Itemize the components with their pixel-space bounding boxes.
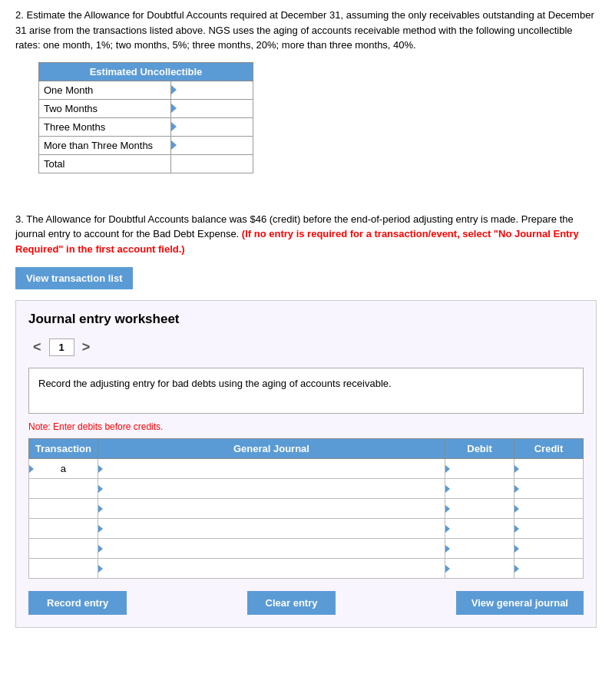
two-months-indicator (171, 104, 177, 113)
three-months-input[interactable] (176, 121, 248, 133)
cell-indicator (98, 525, 103, 533)
journal-input[interactable] (109, 503, 442, 514)
cell-indicator (445, 525, 450, 533)
transaction-input[interactable] (36, 543, 91, 554)
question-2-number: 2. (15, 9, 24, 21)
journal-input[interactable] (109, 463, 442, 474)
journal-cell[interactable] (98, 539, 445, 559)
journal-input[interactable] (109, 543, 442, 554)
debit-cell[interactable] (445, 479, 514, 499)
debit-cell[interactable] (445, 459, 514, 479)
col-transaction: Transaction (29, 439, 98, 459)
debit-cell[interactable] (445, 519, 514, 539)
credit-input[interactable] (518, 543, 580, 554)
description-box: Record the adjusting entry for bad debts… (28, 368, 584, 414)
journal-cell[interactable] (98, 459, 445, 479)
transaction-cell[interactable] (29, 559, 98, 579)
three-months-input-cell[interactable] (170, 117, 253, 136)
cell-indicator (514, 545, 519, 553)
one-month-input[interactable] (176, 84, 248, 96)
transaction-cell[interactable] (29, 499, 98, 519)
two-months-input-cell[interactable] (170, 99, 253, 117)
transaction-input[interactable] (36, 503, 91, 514)
note-text: Note: Enter debits before credits. (28, 421, 584, 432)
transaction-cell[interactable] (29, 479, 98, 499)
col-general-journal: General Journal (98, 439, 445, 459)
tab-next-button[interactable]: > (78, 338, 95, 357)
cell-indicator (445, 465, 450, 473)
transaction-input[interactable] (36, 563, 91, 574)
debit-input[interactable] (448, 463, 511, 474)
journal-input[interactable] (109, 523, 442, 534)
three-months-indicator (171, 122, 177, 131)
view-transaction-button[interactable]: View transaction list (15, 267, 133, 289)
question-3: 3. The Allowance for Doubtful Accounts b… (15, 212, 597, 629)
cell-indicator (98, 565, 103, 573)
credit-input[interactable] (518, 463, 580, 474)
debit-cell[interactable] (445, 559, 514, 579)
clear-entry-button[interactable]: Clear entry (247, 591, 336, 615)
journal-worksheet: Journal entry worksheet < 1 > Record the… (15, 300, 597, 628)
transaction-input[interactable] (36, 483, 91, 494)
more-than-three-input[interactable] (176, 140, 248, 151)
total-input-cell[interactable] (170, 154, 253, 173)
credit-input[interactable] (518, 483, 580, 494)
table-row: Total (39, 154, 253, 173)
credit-input[interactable] (518, 523, 580, 534)
credit-cell[interactable] (514, 479, 584, 499)
journal-table-row (29, 559, 584, 579)
more-than-three-indicator (171, 140, 177, 150)
journal-table-header-row: Transaction General Journal Debit Credit (29, 439, 584, 459)
description-text: Record the adjusting entry for bad debts… (38, 378, 392, 389)
transaction-cell[interactable] (29, 459, 98, 479)
journal-cell[interactable] (98, 499, 445, 519)
journal-cell[interactable] (98, 479, 445, 499)
tab-navigation: < 1 > (28, 338, 584, 357)
journal-input[interactable] (109, 483, 442, 494)
two-months-input[interactable] (176, 103, 248, 114)
credit-cell[interactable] (514, 499, 584, 519)
credit-cell[interactable] (514, 559, 584, 579)
journal-table-row (29, 539, 584, 559)
cell-indicator (514, 505, 519, 513)
row-label-three-months: Three Months (39, 117, 171, 136)
more-than-three-input-cell[interactable] (170, 136, 253, 154)
view-general-journal-button[interactable]: View general journal (456, 591, 584, 615)
table-row: More than Three Months (39, 136, 253, 154)
credit-cell[interactable] (514, 459, 584, 479)
cell-indicator (445, 505, 450, 513)
credit-cell[interactable] (514, 539, 584, 559)
journal-table-row (29, 479, 584, 499)
credit-input[interactable] (518, 503, 580, 514)
table-row: Two Months (39, 99, 253, 117)
debit-input[interactable] (448, 483, 511, 494)
transaction-cell[interactable] (29, 519, 98, 539)
credit-cell[interactable] (514, 519, 584, 539)
debit-input[interactable] (448, 543, 511, 554)
transaction-cell[interactable] (29, 539, 98, 559)
tab-number[interactable]: 1 (49, 338, 74, 356)
journal-cell[interactable] (98, 519, 445, 539)
debit-cell[interactable] (445, 539, 514, 559)
journal-cell[interactable] (98, 559, 445, 579)
journal-table-row (29, 519, 584, 539)
debit-input[interactable] (448, 503, 511, 514)
question-2: 2. Estimate the Allowance for Doubtful A… (15, 8, 597, 173)
debit-cell[interactable] (445, 499, 514, 519)
transaction-input[interactable] (36, 523, 91, 534)
buttons-row: Record entry Clear entry View general jo… (28, 591, 584, 615)
total-input[interactable] (179, 158, 251, 170)
tab-prev-button[interactable]: < (28, 338, 46, 357)
row-label-two-months: Two Months (39, 99, 171, 117)
uncollectible-table: Estimated Uncollectible One Month Two Mo… (38, 62, 253, 173)
transaction-input[interactable] (36, 463, 91, 474)
question-2-text: 2. Estimate the Allowance for Doubtful A… (15, 8, 597, 53)
debit-input[interactable] (448, 523, 511, 534)
debit-input[interactable] (448, 563, 511, 574)
one-month-input-cell[interactable] (170, 81, 253, 99)
journal-input[interactable] (109, 563, 442, 574)
record-entry-button[interactable]: Record entry (28, 591, 127, 615)
cell-indicator (98, 465, 103, 473)
credit-input[interactable] (518, 563, 580, 574)
cell-indicator (98, 485, 103, 493)
